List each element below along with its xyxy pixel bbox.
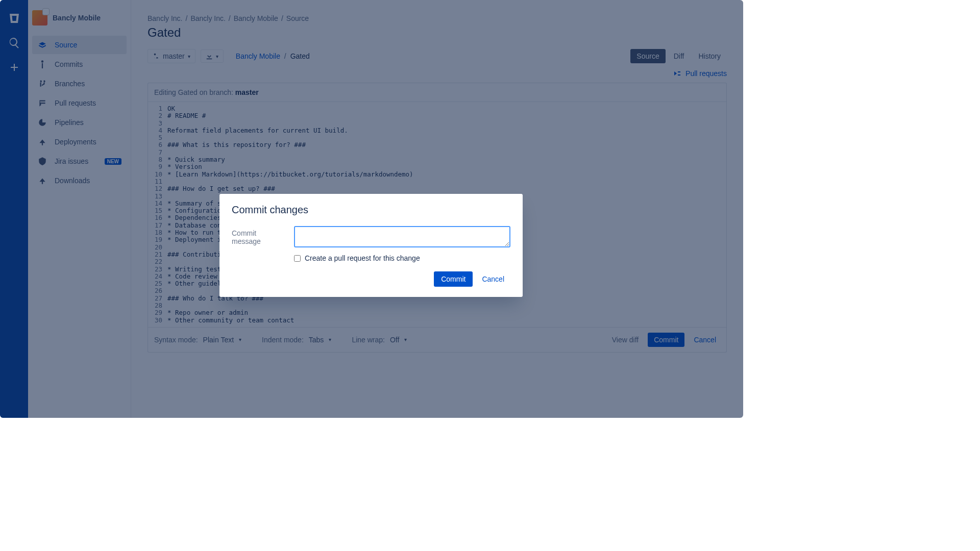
modal-title: Commit changes xyxy=(232,204,510,216)
commit-message-label: Commit message xyxy=(232,226,287,245)
modal-cancel-button[interactable]: Cancel xyxy=(476,271,510,287)
commit-message-input[interactable] xyxy=(294,226,510,247)
modal-commit-button[interactable]: Commit xyxy=(434,271,473,287)
create-pr-checkbox[interactable] xyxy=(294,255,301,262)
commit-changes-modal: Commit changes Commit message Create a p… xyxy=(219,194,523,297)
create-pr-label: Create a pull request for this change xyxy=(305,254,420,262)
